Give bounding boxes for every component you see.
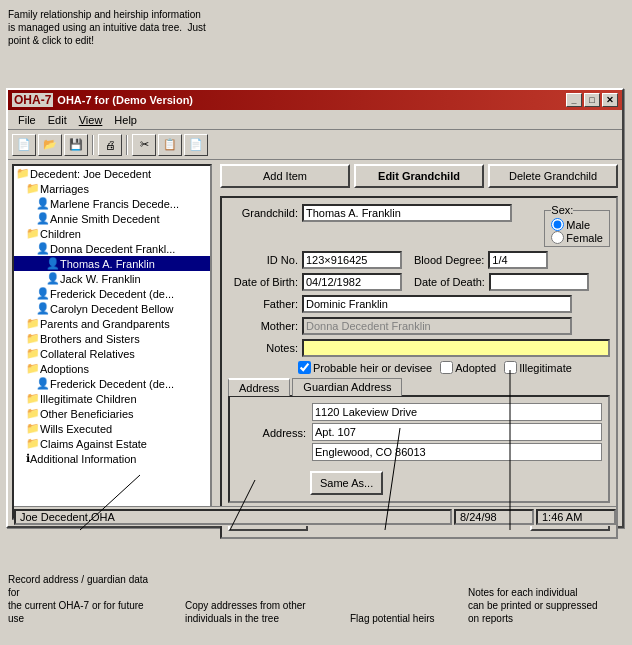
- toolbar-separator-2: [126, 135, 128, 155]
- bottom-middle-annotation: Copy addresses from otherindividuals in …: [185, 599, 325, 625]
- grandchild-input[interactable]: [302, 204, 512, 222]
- tree-item-adoptions[interactable]: 📁 Adoptions: [14, 361, 210, 376]
- status-file: Joe Decedent.OHA: [14, 509, 452, 525]
- print-button[interactable]: 🖨: [98, 134, 122, 156]
- folder-icon: 📁: [26, 392, 40, 405]
- probable-heir-checkbox-label[interactable]: Probable heir or devisee: [298, 361, 432, 374]
- folder-icon: 📁: [26, 317, 40, 330]
- sex-female-label: Female: [566, 232, 603, 244]
- folder-icon: 📁: [26, 362, 40, 375]
- close-button[interactable]: ✕: [602, 93, 618, 107]
- tree-panel[interactable]: 📁 Decedent: Joe Decedent 📁 Marriages 👤 M…: [12, 164, 212, 520]
- same-as-button[interactable]: Same As...: [310, 471, 383, 495]
- tree-item-wills[interactable]: 📁 Wills Executed: [14, 421, 210, 436]
- id-row: ID No. Blood Degree:: [228, 251, 610, 269]
- tab-address[interactable]: Address: [228, 378, 290, 396]
- father-input[interactable]: [302, 295, 572, 313]
- new-button[interactable]: 📄: [12, 134, 36, 156]
- illegitimate-checkbox-label[interactable]: Illegitimate: [504, 361, 572, 374]
- folder-icon: 📁: [26, 347, 40, 360]
- tree-item-additional[interactable]: ℹ Additional Information: [14, 451, 210, 466]
- person-icon: 👤: [36, 287, 50, 300]
- bottom-left-annotation: Record address / guardian data forthe cu…: [8, 573, 158, 625]
- delete-grandchild-button[interactable]: Delete Grandchild: [488, 164, 618, 188]
- person-icon: 👤: [36, 212, 50, 225]
- app-logo: OHA-7: [12, 93, 53, 107]
- tab-guardian-address[interactable]: Guardian Address: [292, 378, 402, 396]
- tree-item-marlene[interactable]: 👤 Marlene Francis Decede...: [14, 196, 210, 211]
- tab-row: Address Guardian Address: [228, 378, 610, 396]
- id-input[interactable]: [302, 251, 402, 269]
- folder-icon: 📁: [26, 437, 40, 450]
- right-panel: Add Item Edit Grandchild Delete Grandchi…: [216, 160, 622, 524]
- cut-button[interactable]: ✂: [132, 134, 156, 156]
- person-icon: 👤: [36, 302, 50, 315]
- address-line3-input[interactable]: [312, 443, 602, 461]
- tree-item-marriages[interactable]: 📁 Marriages: [14, 181, 210, 196]
- paste-button[interactable]: 📄: [184, 134, 208, 156]
- toolbar-separator-1: [92, 135, 94, 155]
- blood-degree-label: Blood Degree:: [414, 254, 484, 266]
- tree-item-children[interactable]: 📁 Children: [14, 226, 210, 241]
- sex-male-row: Male: [551, 218, 603, 231]
- window-title: OHA-7 for (Demo Version): [57, 94, 193, 106]
- sex-female-radio[interactable]: [551, 231, 564, 244]
- tree-item-carolyn[interactable]: 👤 Carolyn Decedent Bellow: [14, 301, 210, 316]
- title-bar: OHA-7 OHA-7 for (Demo Version) _ □ ✕: [8, 90, 622, 110]
- menu-file[interactable]: File: [12, 112, 42, 128]
- action-buttons: Add Item Edit Grandchild Delete Grandchi…: [220, 164, 618, 188]
- sex-label: Sex:: [551, 204, 573, 216]
- minimize-button[interactable]: _: [566, 93, 582, 107]
- main-content: 📁 Decedent: Joe Decedent 📁 Marriages 👤 M…: [8, 160, 622, 524]
- blood-degree-input[interactable]: [488, 251, 548, 269]
- tree-item-claims[interactable]: 📁 Claims Against Estate: [14, 436, 210, 451]
- tree-item-collateral[interactable]: 📁 Collateral Relatives: [14, 346, 210, 361]
- probable-heir-checkbox[interactable]: [298, 361, 311, 374]
- adopted-checkbox[interactable]: [440, 361, 453, 374]
- folder-icon: 📁: [26, 332, 40, 345]
- person-icon: 👤: [36, 242, 50, 255]
- notes-input[interactable]: [302, 339, 610, 357]
- folder-icon: 📁: [16, 167, 30, 180]
- tree-item-decedent[interactable]: 📁 Decedent: Joe Decedent: [14, 166, 210, 181]
- status-time: 1:46 AM: [536, 509, 616, 525]
- sex-male-radio[interactable]: [551, 218, 564, 231]
- mother-label: Mother:: [228, 320, 298, 332]
- save-button[interactable]: 💾: [64, 134, 88, 156]
- tree-item-frederick2[interactable]: 👤 Frederick Decedent (de...: [14, 376, 210, 391]
- tree-item-thomas[interactable]: 👤 Thomas A. Franklin: [14, 256, 210, 271]
- dod-input[interactable]: [489, 273, 589, 291]
- dod-label: Date of Death:: [414, 276, 485, 288]
- tree-item-other-beneficiaries[interactable]: 📁 Other Beneficiaries: [14, 406, 210, 421]
- tree-item-illegitimate[interactable]: 📁 Illegitimate Children: [14, 391, 210, 406]
- tree-item-parents[interactable]: 📁 Parents and Grandparents: [14, 316, 210, 331]
- menu-edit[interactable]: Edit: [42, 112, 73, 128]
- copy-button[interactable]: 📋: [158, 134, 182, 156]
- address-line2-input[interactable]: [312, 423, 602, 441]
- tree-item-annie[interactable]: 👤 Annie Smith Decedent: [14, 211, 210, 226]
- status-date: 8/24/98: [454, 509, 534, 525]
- tree-item-jack[interactable]: 👤 Jack W. Franklin: [14, 271, 210, 286]
- address-line1-input[interactable]: [312, 403, 602, 421]
- tree-item-brothers[interactable]: 📁 Brothers and Sisters: [14, 331, 210, 346]
- tree-item-frederick[interactable]: 👤 Frederick Decedent (de...: [14, 286, 210, 301]
- tree-item-donna[interactable]: 👤 Donna Decedent Frankl...: [14, 241, 210, 256]
- maximize-button[interactable]: □: [584, 93, 600, 107]
- father-label: Father:: [228, 298, 298, 310]
- top-annotation: Family relationship and heirship informa…: [8, 8, 228, 47]
- id-label: ID No.: [228, 254, 298, 266]
- address-section: Address: Same As...: [228, 395, 610, 503]
- title-bar-controls: _ □ ✕: [566, 93, 618, 107]
- open-button[interactable]: 📂: [38, 134, 62, 156]
- dob-row: Date of Birth: Date of Death:: [228, 273, 610, 291]
- grandchild-row: Grandchild:: [228, 204, 540, 222]
- illegitimate-checkbox[interactable]: [504, 361, 517, 374]
- sex-female-row: Female: [551, 231, 603, 244]
- dob-input[interactable]: [302, 273, 402, 291]
- grandchild-label: Grandchild:: [228, 207, 298, 219]
- add-item-button[interactable]: Add Item: [220, 164, 350, 188]
- menu-help[interactable]: Help: [108, 112, 143, 128]
- edit-grandchild-button[interactable]: Edit Grandchild: [354, 164, 484, 188]
- menu-view[interactable]: View: [73, 112, 109, 128]
- adopted-checkbox-label[interactable]: Adopted: [440, 361, 496, 374]
